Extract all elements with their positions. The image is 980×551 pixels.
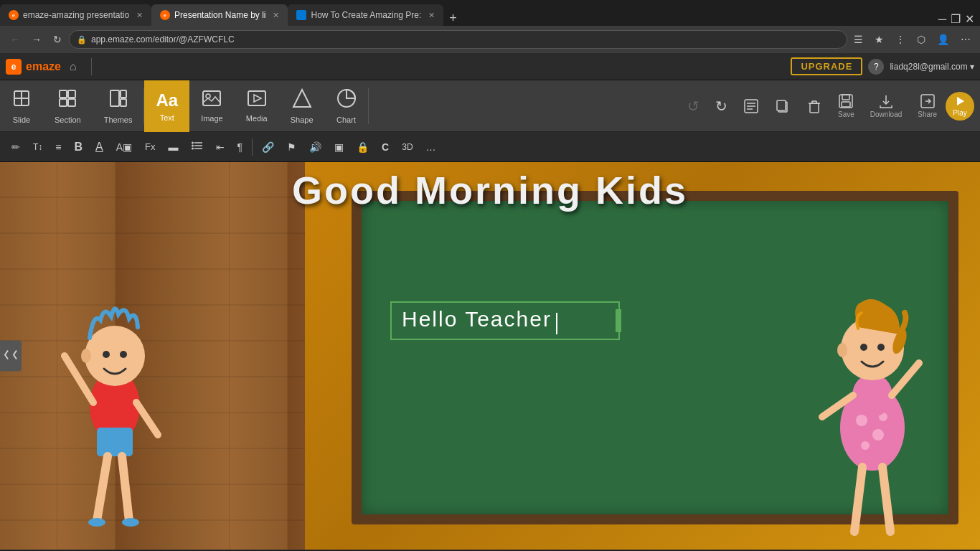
tab-close-3[interactable]: ✕ xyxy=(428,11,435,20)
svg-point-64 xyxy=(877,344,885,351)
svg-point-47 xyxy=(85,326,145,386)
tab-close-1[interactable]: ✕ xyxy=(136,11,143,20)
svg-line-41 xyxy=(97,456,108,521)
svg-point-38 xyxy=(192,148,194,150)
redo-button[interactable]: ↻ xyxy=(708,93,735,119)
toolbar-text[interactable]: Aa Text xyxy=(144,80,189,132)
chart-label: Chart xyxy=(336,116,356,124)
slide-icon xyxy=(11,88,32,113)
tab-favicon-1: e xyxy=(9,10,19,20)
svg-rect-29 xyxy=(842,102,850,107)
toolbar-themes[interactable]: Themes xyxy=(93,80,144,132)
tab-label-3: How To Create Amazing Pre: xyxy=(311,10,421,20)
toolbar-actions: ↺ ↻ Save Download Share Play xyxy=(680,89,980,123)
more-tool[interactable]: … xyxy=(420,138,442,156)
toolbar-media[interactable]: Media xyxy=(235,80,279,132)
download-button[interactable]: Download xyxy=(863,89,909,123)
svg-point-54 xyxy=(861,441,870,450)
toolbar-chart[interactable]: Chart xyxy=(325,80,368,132)
svg-line-58 xyxy=(882,467,890,532)
effects-tool[interactable]: Fx xyxy=(139,138,161,156)
3d-tool[interactable]: 3D xyxy=(396,138,418,156)
tab-close-2[interactable]: ✕ xyxy=(273,11,279,20)
browser-tab-2[interactable]: e Presentation Name by li ✕ xyxy=(151,4,288,26)
back-button[interactable]: ← xyxy=(6,31,24,48)
svg-rect-40 xyxy=(97,428,133,456)
text-box-content: Hello Teacher xyxy=(402,307,552,331)
settings-button[interactable]: ⋮ xyxy=(892,32,909,47)
font-highlight-tool[interactable]: A▣ xyxy=(110,138,138,156)
rtl-tool[interactable]: ¶ xyxy=(232,138,249,156)
bg-color-tool[interactable]: ▬ xyxy=(163,138,184,156)
bookmarks-button[interactable]: ☰ xyxy=(850,32,867,47)
share-nav-button[interactable]: ⬡ xyxy=(913,32,929,47)
play-button[interactable]: Play xyxy=(946,92,974,121)
menu-button[interactable]: ⋯ xyxy=(957,32,974,47)
tab-favicon-2: e xyxy=(160,10,170,20)
delete-button[interactable] xyxy=(799,94,829,118)
close-window-button[interactable]: ✕ xyxy=(965,12,974,26)
restore-button[interactable]: ❐ xyxy=(951,12,961,26)
link-tool[interactable]: 🔗 xyxy=(256,138,280,156)
url-domain: app.emaze.com xyxy=(91,34,152,44)
undo-button[interactable]: ↺ xyxy=(680,93,707,119)
crop-tool[interactable]: ▣ xyxy=(329,138,349,156)
star-button[interactable]: ★ xyxy=(871,32,887,47)
user-menu[interactable]: liadq28l@gmail.com ▾ xyxy=(890,62,974,72)
refresh-button[interactable]: ↻ xyxy=(49,31,66,48)
svg-rect-6 xyxy=(68,99,75,106)
browser-tab-1[interactable]: e emaze-amazing presentatio ✕ xyxy=(0,4,151,26)
lock-tool[interactable]: 🔒 xyxy=(351,138,374,156)
copy-button[interactable] xyxy=(768,94,798,118)
svg-rect-22 xyxy=(810,103,819,113)
svg-line-57 xyxy=(854,467,862,532)
minimize-button[interactable]: ─ xyxy=(938,13,946,26)
align-tool[interactable]: ≡ xyxy=(50,138,67,156)
forward-button[interactable]: → xyxy=(27,31,46,48)
share-button[interactable]: Share xyxy=(910,89,944,123)
browser-tabs: e emaze-amazing presentatio ✕ e Presenta… xyxy=(0,0,980,26)
svg-point-37 xyxy=(192,145,194,147)
pencil-tool[interactable]: ✏ xyxy=(6,138,26,156)
flag-tool[interactable]: ⚑ xyxy=(281,138,302,156)
help-button[interactable]: ? xyxy=(868,59,884,75)
svg-point-48 xyxy=(103,351,110,358)
main-toolbar: Slide Section Themes Aa Text Image Media… xyxy=(0,80,980,132)
caps-tool[interactable]: C xyxy=(376,138,395,156)
profile-button[interactable]: 👤 xyxy=(933,32,953,47)
volume-tool[interactable]: 🔊 xyxy=(303,138,327,156)
toolbar-image[interactable]: Image xyxy=(189,80,235,132)
svg-rect-8 xyxy=(121,90,126,98)
svg-rect-5 xyxy=(60,99,67,106)
svg-line-46 xyxy=(136,402,158,435)
section-icon xyxy=(57,88,77,113)
toolbar-slide[interactable]: Slide xyxy=(0,80,43,132)
browser-tab-3[interactable]: How To Create Amazing Pre: ✕ xyxy=(288,4,443,26)
new-tab-button[interactable]: + xyxy=(443,11,463,26)
toolbar-divider xyxy=(91,58,92,75)
list-tool[interactable] xyxy=(186,137,209,156)
download-label: Download xyxy=(870,110,902,118)
upgrade-button[interactable]: UPGRADE xyxy=(791,57,862,75)
svg-marker-14 xyxy=(293,90,311,107)
font-color-tool[interactable]: A xyxy=(90,137,109,157)
toolbar-shape[interactable]: Shape xyxy=(279,80,325,132)
home-icon[interactable]: ⌂ xyxy=(70,60,77,73)
resize-handle[interactable] xyxy=(616,309,621,332)
text-box[interactable]: Hello Teacher xyxy=(390,301,620,340)
toolbar-section[interactable]: Section xyxy=(43,80,93,132)
bold-tool[interactable]: B xyxy=(69,137,89,157)
save-button[interactable]: Save xyxy=(831,89,862,123)
url-text: app.emaze.com/editor/@AZFWCFLC xyxy=(91,34,235,44)
font-type-tool[interactable]: T↕ xyxy=(27,138,48,156)
svg-point-43 xyxy=(88,518,105,527)
collapse-panel-button[interactable] xyxy=(0,341,22,372)
themes-label: Themes xyxy=(104,116,133,124)
address-bar[interactable]: 🔒 app.emaze.com/editor/@AZFWCFLC xyxy=(69,30,847,49)
outdent-tool[interactable]: ⇤ xyxy=(210,138,230,156)
section-label: Section xyxy=(55,116,81,124)
notes-button[interactable] xyxy=(736,94,766,118)
play-label: Play xyxy=(953,109,966,117)
svg-rect-12 xyxy=(248,91,265,105)
svg-rect-3 xyxy=(60,90,67,98)
